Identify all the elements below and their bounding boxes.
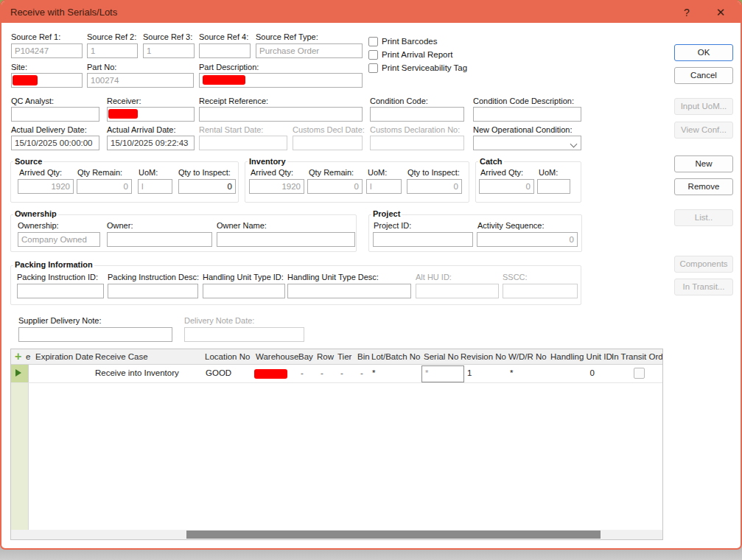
catch-uom-label: UoM:	[539, 168, 558, 177]
print-serviceability-tag-checkbox[interactable]	[368, 63, 378, 73]
cell-row[interactable]: -	[321, 368, 323, 377]
catch-arrived-qty-field: 0	[479, 179, 534, 194]
actual-arrival-date-field[interactable]: 15/10/2025 09:22:43	[107, 136, 195, 150]
cell-revision-no[interactable]: 1	[467, 368, 472, 377]
column-header-revision-no[interactable]: Revision No	[461, 352, 506, 361]
inventory-qty-remain-field: 0	[307, 179, 363, 194]
cell-serial-no-editor[interactable]: *	[421, 365, 464, 382]
print-arrival-report-label: Print Arrival Report	[382, 50, 453, 59]
cell-wdr-no[interactable]: *	[510, 368, 513, 377]
catch-uom-field[interactable]	[537, 179, 570, 194]
source-qty-to-inspect-label: Qty to Inspect:	[178, 168, 231, 177]
handling-unit-type-desc-field[interactable]	[287, 284, 411, 298]
source-ref-4-field[interactable]	[199, 43, 251, 58]
new-operational-condition-label: New Operational Condition:	[473, 125, 573, 134]
row-selector-cell[interactable]	[11, 365, 29, 382]
horizontal-scrollbar[interactable]	[11, 530, 662, 539]
list-button: List..	[674, 209, 733, 226]
rental-start-date-field	[199, 136, 287, 150]
column-header-in-transit-order[interactable]: In Transit Order	[612, 352, 662, 361]
ownership-label: Ownership:	[18, 221, 59, 230]
column-header-tier[interactable]: Tier	[337, 352, 351, 361]
source-ref-2-field: 1	[87, 43, 138, 58]
title-bar: Receive with Serials/Lots ? ✕	[1, 1, 741, 23]
source-qty-remain-label: Qty Remain:	[77, 168, 122, 177]
column-header-bay[interactable]: Bay	[298, 352, 313, 361]
column-header-receive-case[interactable]: Receive Case	[95, 352, 148, 361]
help-icon[interactable]: ?	[677, 5, 696, 20]
cell-handling-unit-id[interactable]: 0	[550, 368, 595, 377]
add-row-icon[interactable]: +	[15, 350, 21, 363]
column-header-row[interactable]: Row	[317, 352, 334, 361]
column-header-lot-batch-no[interactable]: Lot/Batch No	[371, 352, 420, 361]
activity-sequence-field: 0	[477, 232, 578, 247]
print-barcodes-checkbox[interactable]	[368, 37, 378, 46]
supplier-delivery-note-field[interactable]	[18, 327, 172, 342]
project-id-label: Project ID:	[374, 221, 411, 230]
source-ref-type-label: Source Ref Type:	[256, 32, 318, 41]
column-header-wdr-no[interactable]: W/D/R No	[508, 352, 547, 361]
source-ref-1-field: P104247	[11, 43, 83, 58]
column-header-bin[interactable]: Bin	[357, 352, 370, 361]
qc-analyst-field[interactable]	[11, 107, 99, 122]
clipped-column-header: e	[26, 352, 33, 361]
part-no-field: 100274	[87, 73, 194, 88]
ok-button[interactable]: OK	[674, 44, 733, 61]
source-uom-label: UoM:	[139, 168, 158, 177]
horizontal-scrollbar-thumb[interactable]	[186, 531, 601, 539]
close-icon[interactable]: ✕	[711, 5, 730, 20]
column-header-warehouse[interactable]: Warehouse	[256, 352, 298, 361]
owner-name-label: Owner Name:	[217, 221, 267, 230]
project-id-field[interactable]	[373, 232, 473, 247]
actual-delivery-date-label: Actual Delivery Date:	[11, 125, 87, 134]
inventory-qty-remain-label: Qty Remain:	[309, 168, 354, 177]
actual-delivery-date-field[interactable]: 15/10/2025 00:00:00	[11, 136, 99, 150]
handling-unit-type-id-field[interactable]	[203, 284, 285, 298]
source-arrived-qty-field: 1920	[18, 179, 74, 194]
new-button[interactable]: New	[674, 155, 733, 172]
row-selector-column-strip	[11, 383, 29, 530]
cell-tier[interactable]: -	[340, 368, 343, 377]
cell-bay[interactable]: -	[301, 368, 304, 377]
remove-button[interactable]: Remove	[674, 178, 733, 195]
column-header-expiration-date[interactable]: Expiration Date	[35, 352, 94, 361]
table-row[interactable]: Receive into Inventory GOOD - - - - * * …	[11, 365, 662, 383]
customs-declaration-no-field	[370, 136, 464, 150]
packing-instruction-id-field[interactable]	[17, 284, 104, 298]
inventory-qty-to-inspect-label: Qty to Inspect:	[407, 168, 460, 177]
cell-bin[interactable]: -	[360, 368, 363, 377]
column-header-serial-no[interactable]: Serial No	[424, 352, 458, 361]
receive-with-serials-lots-dialog: Receive with Serials/Lots ? ✕ Source Ref…	[0, 0, 742, 550]
condition-code-description-field[interactable]	[473, 107, 581, 122]
source-arrived-qty-label: Arrived Qty:	[19, 168, 62, 177]
cell-location-no[interactable]: GOOD	[206, 368, 231, 377]
condition-code-description-label: Condition Code Description:	[473, 97, 574, 105]
column-header-location-no[interactable]: Location No	[205, 352, 250, 361]
customs-decl-date-label: Customs Decl Date:	[293, 125, 365, 134]
receiver-redaction	[108, 109, 138, 119]
source-ref-3-field: 1	[143, 43, 195, 58]
site-redaction	[13, 75, 38, 85]
column-header-handling-unit-id[interactable]: Handling Unit ID	[550, 352, 612, 361]
inventory-arrived-qty-field: 1920	[249, 179, 304, 194]
catch-arrived-qty-label: Arrived Qty:	[480, 168, 523, 177]
packing-instruction-id-label: Packing Instruction ID:	[17, 273, 98, 281]
customs-decl-date-field	[293, 136, 363, 150]
cell-receive-case[interactable]: Receive into Inventory	[95, 368, 179, 377]
source-qty-to-inspect-field[interactable]: 0	[178, 179, 236, 194]
part-description-label: Part Description:	[199, 63, 259, 71]
condition-code-field[interactable]	[370, 107, 464, 122]
receipt-reference-field[interactable]	[199, 107, 363, 122]
cancel-button[interactable]: Cancel	[674, 67, 733, 84]
input-uom-button: Input UoM...	[674, 98, 733, 115]
new-operational-condition-dropdown[interactable]	[473, 136, 581, 150]
print-arrival-report-checkbox[interactable]	[368, 50, 378, 60]
cell-lot-batch-no[interactable]: *	[372, 368, 375, 377]
owner-name-field[interactable]	[217, 232, 355, 247]
site-label: Site:	[11, 63, 27, 71]
packing-instruction-desc-field[interactable]	[108, 284, 198, 298]
ownership-group-title: Ownership	[13, 209, 58, 218]
owner-field[interactable]	[107, 232, 212, 247]
cell-in-transit-order-checkbox[interactable]	[634, 368, 645, 379]
receipt-reference-label: Receipt Reference:	[199, 97, 268, 105]
